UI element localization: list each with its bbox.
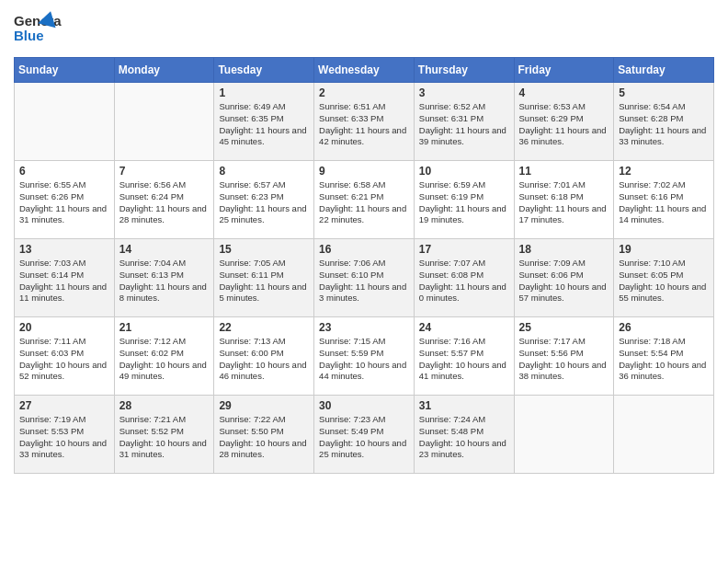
calendar-cell: 27Sunrise: 7:19 AM Sunset: 5:53 PM Dayli… bbox=[15, 396, 115, 474]
day-info: Sunrise: 6:51 AM Sunset: 6:33 PM Dayligh… bbox=[319, 101, 409, 148]
day-number: 28 bbox=[119, 399, 210, 412]
day-number: 15 bbox=[219, 243, 309, 256]
calendar-cell: 5Sunrise: 6:54 AM Sunset: 6:28 PM Daylig… bbox=[614, 83, 714, 161]
calendar-cell bbox=[614, 396, 714, 474]
day-number: 29 bbox=[219, 399, 309, 412]
day-number: 2 bbox=[319, 86, 409, 99]
day-number: 17 bbox=[419, 243, 509, 256]
day-number: 18 bbox=[519, 243, 609, 256]
day-number: 6 bbox=[19, 165, 109, 178]
calendar-cell: 26Sunrise: 7:18 AM Sunset: 5:54 PM Dayli… bbox=[614, 317, 714, 396]
calendar-cell: 28Sunrise: 7:21 AM Sunset: 5:52 PM Dayli… bbox=[114, 396, 214, 474]
day-number: 4 bbox=[519, 86, 609, 99]
day-number: 22 bbox=[219, 321, 309, 334]
calendar-cell: 8Sunrise: 6:57 AM Sunset: 6:23 PM Daylig… bbox=[214, 161, 314, 239]
day-info: Sunrise: 7:13 AM Sunset: 6:00 PM Dayligh… bbox=[219, 336, 309, 383]
header: General Blue bbox=[14, 9, 714, 50]
calendar-cell: 25Sunrise: 7:17 AM Sunset: 5:56 PM Dayli… bbox=[514, 317, 614, 396]
weekday-header-row: SundayMondayTuesdayWednesdayThursdayFrid… bbox=[15, 58, 714, 83]
weekday-header-sunday: Sunday bbox=[15, 58, 115, 83]
calendar-cell: 13Sunrise: 7:03 AM Sunset: 6:14 PM Dayli… bbox=[15, 239, 115, 317]
day-info: Sunrise: 7:21 AM Sunset: 5:52 PM Dayligh… bbox=[119, 414, 210, 461]
day-info: Sunrise: 7:03 AM Sunset: 6:14 PM Dayligh… bbox=[19, 258, 109, 304]
calendar-cell: 7Sunrise: 6:56 AM Sunset: 6:24 PM Daylig… bbox=[114, 161, 214, 239]
day-info: Sunrise: 6:52 AM Sunset: 6:31 PM Dayligh… bbox=[419, 101, 509, 148]
calendar-cell bbox=[514, 396, 614, 474]
day-info: Sunrise: 7:04 AM Sunset: 6:13 PM Dayligh… bbox=[119, 258, 210, 304]
day-info: Sunrise: 7:17 AM Sunset: 5:56 PM Dayligh… bbox=[519, 336, 609, 383]
day-info: Sunrise: 7:10 AM Sunset: 6:05 PM Dayligh… bbox=[619, 258, 709, 304]
calendar-cell: 6Sunrise: 6:55 AM Sunset: 6:26 PM Daylig… bbox=[15, 161, 115, 239]
day-number: 13 bbox=[19, 243, 109, 256]
calendar-cell: 11Sunrise: 7:01 AM Sunset: 6:18 PM Dayli… bbox=[514, 161, 614, 239]
calendar-cell: 29Sunrise: 7:22 AM Sunset: 5:50 PM Dayli… bbox=[214, 396, 314, 474]
svg-text:Blue: Blue bbox=[14, 28, 44, 43]
week-row-5: 27Sunrise: 7:19 AM Sunset: 5:53 PM Dayli… bbox=[15, 396, 714, 474]
calendar-cell: 4Sunrise: 6:53 AM Sunset: 6:29 PM Daylig… bbox=[514, 83, 614, 161]
day-number: 11 bbox=[519, 165, 609, 178]
calendar-cell: 21Sunrise: 7:12 AM Sunset: 6:02 PM Dayli… bbox=[114, 317, 214, 396]
day-number: 10 bbox=[419, 165, 509, 178]
day-info: Sunrise: 6:56 AM Sunset: 6:24 PM Dayligh… bbox=[119, 179, 210, 226]
day-number: 7 bbox=[119, 165, 210, 178]
day-info: Sunrise: 7:02 AM Sunset: 6:16 PM Dayligh… bbox=[619, 179, 709, 226]
week-row-2: 6Sunrise: 6:55 AM Sunset: 6:26 PM Daylig… bbox=[15, 161, 714, 239]
calendar-header: SundayMondayTuesdayWednesdayThursdayFrid… bbox=[15, 58, 714, 83]
day-info: Sunrise: 6:59 AM Sunset: 6:19 PM Dayligh… bbox=[419, 179, 509, 226]
weekday-header-monday: Monday bbox=[114, 58, 214, 83]
day-info: Sunrise: 7:24 AM Sunset: 5:48 PM Dayligh… bbox=[419, 414, 509, 461]
day-number: 20 bbox=[19, 321, 109, 334]
calendar-cell: 12Sunrise: 7:02 AM Sunset: 6:16 PM Dayli… bbox=[614, 161, 714, 239]
page: General Blue SundayMondayTuesdayWednesda… bbox=[0, 0, 728, 488]
day-info: Sunrise: 7:23 AM Sunset: 5:49 PM Dayligh… bbox=[319, 414, 409, 461]
day-info: Sunrise: 6:53 AM Sunset: 6:29 PM Dayligh… bbox=[519, 101, 609, 148]
calendar-cell: 15Sunrise: 7:05 AM Sunset: 6:11 PM Dayli… bbox=[214, 239, 314, 317]
week-row-1: 1Sunrise: 6:49 AM Sunset: 6:35 PM Daylig… bbox=[15, 83, 714, 161]
logo: General Blue bbox=[14, 9, 62, 50]
day-number: 5 bbox=[619, 86, 709, 99]
day-number: 3 bbox=[419, 86, 509, 99]
calendar-cell: 1Sunrise: 6:49 AM Sunset: 6:35 PM Daylig… bbox=[214, 83, 314, 161]
day-info: Sunrise: 6:49 AM Sunset: 6:35 PM Dayligh… bbox=[219, 101, 309, 148]
calendar-cell: 16Sunrise: 7:06 AM Sunset: 6:10 PM Dayli… bbox=[314, 239, 415, 317]
day-info: Sunrise: 7:22 AM Sunset: 5:50 PM Dayligh… bbox=[219, 414, 309, 461]
day-info: Sunrise: 7:07 AM Sunset: 6:08 PM Dayligh… bbox=[419, 258, 509, 304]
calendar-cell: 31Sunrise: 7:24 AM Sunset: 5:48 PM Dayli… bbox=[414, 396, 514, 474]
day-info: Sunrise: 6:57 AM Sunset: 6:23 PM Dayligh… bbox=[219, 179, 309, 226]
day-info: Sunrise: 6:55 AM Sunset: 6:26 PM Dayligh… bbox=[19, 179, 109, 226]
day-info: Sunrise: 6:58 AM Sunset: 6:21 PM Dayligh… bbox=[319, 179, 409, 226]
calendar-cell: 2Sunrise: 6:51 AM Sunset: 6:33 PM Daylig… bbox=[314, 83, 415, 161]
weekday-header-tuesday: Tuesday bbox=[214, 58, 314, 83]
day-info: Sunrise: 6:54 AM Sunset: 6:28 PM Dayligh… bbox=[619, 101, 709, 148]
weekday-header-thursday: Thursday bbox=[414, 58, 514, 83]
day-number: 24 bbox=[419, 321, 509, 334]
day-info: Sunrise: 7:09 AM Sunset: 6:06 PM Dayligh… bbox=[519, 258, 609, 304]
day-info: Sunrise: 7:11 AM Sunset: 6:03 PM Dayligh… bbox=[19, 336, 109, 383]
day-info: Sunrise: 7:18 AM Sunset: 5:54 PM Dayligh… bbox=[619, 336, 709, 383]
day-number: 21 bbox=[119, 321, 210, 334]
day-info: Sunrise: 7:15 AM Sunset: 5:59 PM Dayligh… bbox=[319, 336, 409, 383]
calendar-cell bbox=[114, 83, 214, 161]
calendar-cell bbox=[15, 83, 115, 161]
day-number: 14 bbox=[119, 243, 210, 256]
day-number: 31 bbox=[419, 399, 509, 412]
day-number: 1 bbox=[219, 86, 309, 99]
day-info: Sunrise: 7:19 AM Sunset: 5:53 PM Dayligh… bbox=[19, 414, 109, 461]
calendar-cell: 19Sunrise: 7:10 AM Sunset: 6:05 PM Dayli… bbox=[614, 239, 714, 317]
calendar-cell: 14Sunrise: 7:04 AM Sunset: 6:13 PM Dayli… bbox=[114, 239, 214, 317]
day-info: Sunrise: 7:01 AM Sunset: 6:18 PM Dayligh… bbox=[519, 179, 609, 226]
weekday-header-wednesday: Wednesday bbox=[314, 58, 415, 83]
day-number: 23 bbox=[319, 321, 409, 334]
logo-icon: General Blue bbox=[14, 9, 62, 50]
calendar-cell: 30Sunrise: 7:23 AM Sunset: 5:49 PM Dayli… bbox=[314, 396, 415, 474]
calendar-table: SundayMondayTuesdayWednesdayThursdayFrid… bbox=[14, 57, 714, 474]
calendar-cell: 18Sunrise: 7:09 AM Sunset: 6:06 PM Dayli… bbox=[514, 239, 614, 317]
day-number: 9 bbox=[319, 165, 409, 178]
day-number: 25 bbox=[519, 321, 609, 334]
day-number: 16 bbox=[319, 243, 409, 256]
calendar-cell: 20Sunrise: 7:11 AM Sunset: 6:03 PM Dayli… bbox=[15, 317, 115, 396]
calendar-cell: 9Sunrise: 6:58 AM Sunset: 6:21 PM Daylig… bbox=[314, 161, 415, 239]
calendar-cell: 23Sunrise: 7:15 AM Sunset: 5:59 PM Dayli… bbox=[314, 317, 415, 396]
week-row-3: 13Sunrise: 7:03 AM Sunset: 6:14 PM Dayli… bbox=[15, 239, 714, 317]
day-number: 27 bbox=[19, 399, 109, 412]
